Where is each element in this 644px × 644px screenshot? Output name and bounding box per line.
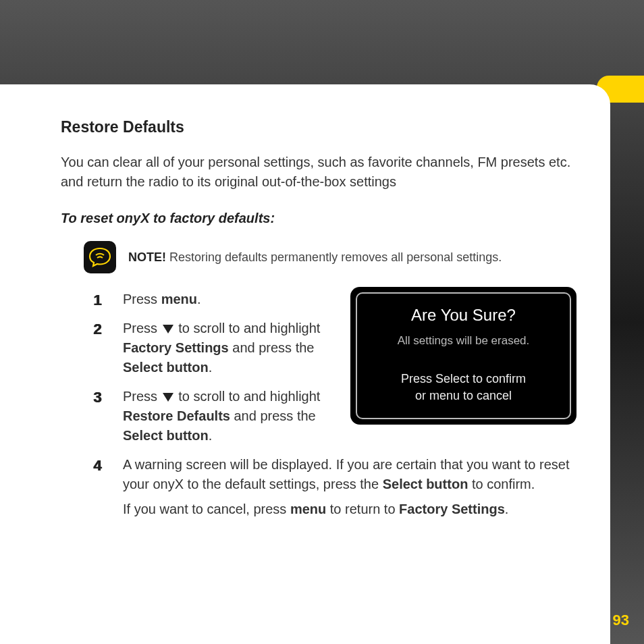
text: and press the (230, 408, 316, 423)
text: . (209, 428, 213, 443)
text: and press the (229, 340, 315, 355)
text: Press (123, 292, 161, 306)
step-list: Press menu. Press to scroll to and highl… (93, 290, 576, 519)
text-bold: Restore Defaults (123, 408, 230, 423)
page-number: 93 (613, 612, 629, 629)
note-text: NOTE! Restoring defaults permanently rem… (128, 250, 502, 265)
page-card: Restore Defaults You can clear all of yo… (0, 84, 610, 644)
text: . (197, 292, 201, 306)
sub-heading: To reset onyX to factory defaults: (61, 211, 576, 226)
text: to scroll to and highlight (175, 321, 321, 336)
text: to scroll to and highlight (175, 389, 321, 404)
text-bold: Select button (123, 360, 209, 375)
text: Press (123, 389, 161, 404)
step-4: A warning screen will be displayed. If y… (93, 455, 576, 519)
down-arrow-icon (163, 325, 173, 333)
text-bold: Factory Settings (399, 502, 505, 516)
down-arrow-icon (163, 393, 173, 402)
step-3: Press to scroll to and highlight Restore… (93, 387, 576, 446)
step-1: Press menu. (93, 290, 576, 309)
text: . (505, 502, 509, 516)
intro-text: You can clear all of your personal setti… (61, 153, 576, 192)
speech-bubble-icon (84, 241, 116, 273)
text-bold: Factory Settings (123, 340, 229, 355)
text: to return to (326, 502, 399, 516)
text-bold: Select button (123, 428, 209, 443)
note-label: NOTE! (128, 250, 166, 264)
text: to confirm. (468, 477, 535, 491)
note-block: NOTE! Restoring defaults permanently rem… (84, 241, 576, 273)
text: If you want to cancel, press (123, 502, 290, 516)
text: Press (123, 321, 161, 336)
step-2: Press to scroll to and highlight Factory… (93, 319, 576, 377)
steps-area: Are You Sure? All settings will be erase… (61, 290, 576, 519)
text-bold: Select button (383, 477, 468, 491)
note-body: Restoring defaults permanently removes a… (166, 250, 502, 264)
section-title: Restore Defaults (61, 118, 576, 136)
text: . (209, 360, 213, 375)
text-bold: menu (290, 502, 326, 516)
text-bold: menu (161, 292, 197, 306)
